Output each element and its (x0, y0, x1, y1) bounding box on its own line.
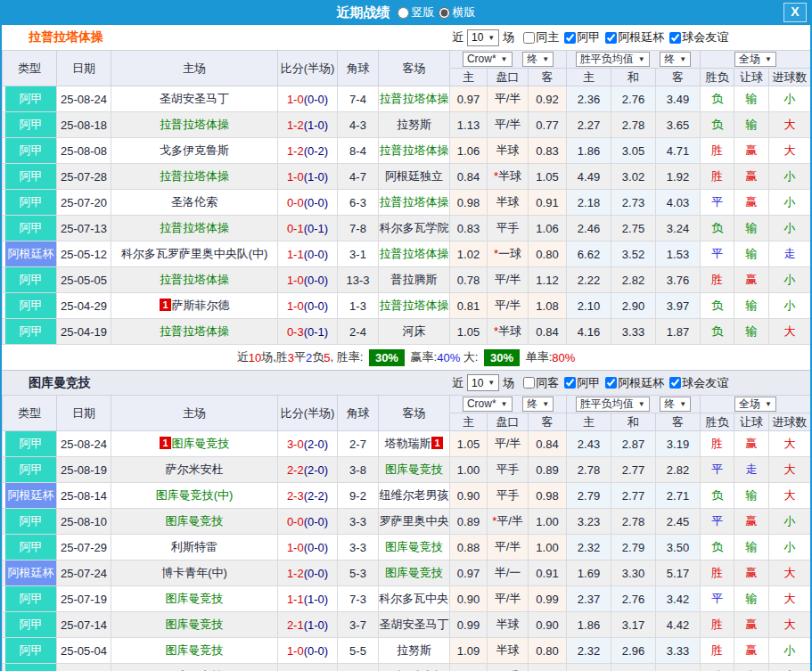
odds-home: 0.98 (450, 190, 488, 216)
recent-count-select[interactable]: 10 ▼ (467, 374, 499, 391)
horizontal-radio-input[interactable] (439, 7, 450, 19)
sub-col-odds-away: 客 (529, 413, 567, 431)
avg-away-odds: 3.33 (656, 638, 701, 664)
corner-score: 7-3 (338, 586, 379, 612)
league-afa-checkbox-input[interactable] (564, 377, 576, 389)
away-team: 拉努斯 (379, 112, 450, 138)
home-team: 科尔多瓦罗萨里奥中央队(中) (111, 241, 278, 267)
col-header-score: 比分(半场) (278, 396, 338, 431)
league-badge: 阿根廷杯 (3, 561, 57, 586)
club-friendly-checkbox-input[interactable] (669, 377, 681, 389)
match-score: 2-1(1-0) (278, 612, 338, 638)
layout-radio-vertical[interactable]: 竖版 (398, 4, 435, 20)
match-score: 2-0(1-0) (278, 664, 338, 671)
result-outcome: 胜 (701, 138, 734, 164)
club-friendly-checkbox[interactable]: 球会友谊 (664, 375, 728, 391)
recent-count-select[interactable]: 10 ▼ (467, 29, 499, 46)
argentina-cup-checkbox-input[interactable] (605, 32, 617, 44)
result-goals: 走 (769, 241, 811, 267)
result-handicap: 输 (734, 586, 769, 612)
match-score: 1-2(0-2) (278, 138, 338, 164)
avg-draw-odds: 2.79 (611, 535, 656, 561)
league-badge: 阿根廷杯 (3, 483, 57, 509)
result-goals: 大 (769, 586, 811, 612)
argentina-cup-checkbox[interactable]: 阿根廷杯 (600, 29, 664, 45)
match-score: 1-0(0-0) (278, 535, 338, 561)
result-goals: 小 (769, 86, 811, 112)
chevron-down-icon: ▼ (501, 400, 508, 408)
corner-score: 2-4 (338, 319, 379, 345)
table-row: 阿甲 25-04-29 1萨斯菲尔德 1-0(0-0) 1-3 拉普拉塔体操 0… (3, 293, 811, 319)
avg-home-odds: 2.46 (567, 216, 611, 241)
odds-handicap: *半球 (488, 164, 529, 190)
final-odds-select[interactable]: 终▼ (522, 397, 554, 412)
result-goals: 大 (769, 319, 811, 345)
league-afa-checkbox[interactable]: 阿甲 (559, 29, 600, 45)
sub-col-avg-home: 主 (567, 69, 611, 86)
rate-badge: 30% (369, 349, 405, 366)
avg-home-odds: 2.43 (567, 431, 611, 457)
home-team: 图库曼竞技(中) (111, 483, 278, 509)
odds-handicap: 半球 (488, 612, 529, 638)
argentina-cup-checkbox-input[interactable] (605, 377, 617, 389)
same-venue-checkbox[interactable]: 同客 (518, 375, 559, 391)
odds-away: 0.92 (529, 86, 567, 112)
argentina-cup-checkbox[interactable]: 阿根廷杯 (600, 375, 664, 391)
red-card-badge: 1 (431, 437, 442, 449)
away-team: 图库曼竞技 (379, 561, 450, 586)
summary-text: , 胜率: (330, 349, 365, 365)
league-afa-checkbox[interactable]: 阿甲 (559, 375, 600, 391)
sub-col-goals: 进球数 (769, 413, 811, 431)
away-team: 拉普拉塔体操 (379, 190, 450, 216)
final-avg-select[interactable]: 终▼ (660, 52, 691, 67)
league-afa-checkbox-input[interactable] (564, 32, 576, 44)
avg-home-odds: 2.10 (567, 293, 611, 319)
result-outcome: 负 (701, 86, 734, 112)
avg-home-odds: 1.86 (567, 612, 611, 638)
league-badge: 阿甲 (3, 86, 57, 112)
avg-home-odds: 6.62 (567, 241, 611, 267)
close-button[interactable]: X (783, 3, 807, 22)
odds-home: 1.06 (450, 138, 488, 164)
league-badge: 阿甲 (3, 216, 57, 241)
final-avg-select[interactable]: 终▼ (660, 397, 691, 412)
same-venue-checkbox-input[interactable] (523, 32, 535, 44)
corner-score: 9-2 (338, 483, 379, 509)
fulltime-select[interactable]: 全场▼ (734, 52, 776, 67)
odds-source-select[interactable]: Crow*▼ (463, 52, 513, 67)
match-score: 1-0(0-0) (278, 86, 338, 112)
home-team: 图库曼竞技 (111, 612, 278, 638)
league-badge: 阿根廷杯 (3, 241, 57, 267)
fulltime-select[interactable]: 全场▼ (734, 397, 776, 412)
corner-score: 5-3 (338, 561, 379, 586)
result-goals: 小 (769, 509, 811, 535)
avg-odds-select[interactable]: 胜平负均值▼ (576, 397, 650, 412)
odds-source-select[interactable]: Crow*▼ (463, 397, 513, 412)
same-venue-checkbox-input[interactable] (523, 377, 535, 389)
final-odds-select[interactable]: 终▼ (522, 52, 554, 67)
table-row: 阿甲 25-08-10 图库曼竞技 0-0(0-0) 3-3 罗萨里奥中央 0.… (3, 509, 811, 535)
avg-home-odds: 2.18 (567, 190, 611, 216)
layout-radio-horizontal[interactable]: 横版 (439, 4, 476, 20)
club-friendly-checkbox-input[interactable] (669, 32, 681, 44)
result-outcome: 负 (701, 319, 734, 345)
sub-col-goals: 进球数 (769, 69, 811, 86)
odds-home: 1.09 (450, 638, 488, 664)
odds-handicap: 平手 (488, 664, 529, 671)
away-team: 纽维尔老男孩 (379, 483, 450, 509)
corner-score: 3-7 (338, 612, 379, 638)
same-venue-checkbox[interactable]: 同主 (518, 29, 559, 45)
avg-away-odds: 4.42 (656, 612, 701, 638)
match-score: 1-1(0-0) (278, 241, 338, 267)
avg-away-odds: 2.45 (656, 509, 701, 535)
odds-handicap: *半球 (488, 319, 529, 345)
summary-text: 2 (306, 351, 312, 364)
club-friendly-checkbox[interactable]: 球会友谊 (664, 29, 728, 45)
vertical-radio-input[interactable] (398, 7, 409, 19)
odds-home: 0.88 (450, 535, 488, 561)
odds-home: 1.00 (450, 457, 488, 483)
odds-handicap: 平/半 (488, 112, 529, 138)
result-outcome: 负 (701, 483, 734, 509)
avg-odds-select[interactable]: 胜平负均值▼ (576, 52, 650, 67)
odds-home: 0.90 (450, 483, 488, 509)
